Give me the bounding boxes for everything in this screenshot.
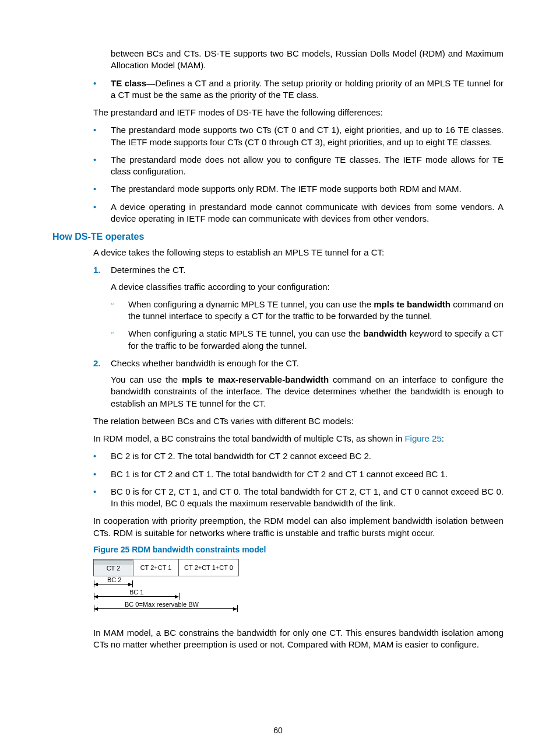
list-item: The prestandard mode supports two CTs (C… [52, 124, 504, 148]
list-item: Determines the CT. A device classifies t… [52, 264, 504, 352]
paragraph: In RDM model, a BC constrains the total … [93, 433, 504, 444]
sub-list: When configuring a dynamic MPLS TE tunne… [111, 299, 504, 352]
term: TE class [111, 78, 146, 88]
step-text: Checks whether bandwidth is enough for t… [111, 358, 299, 368]
definition-text: —Defines a CT and a priority. The setup … [111, 78, 504, 100]
bullet-list: BC 2 is for CT 2. The total bandwidth fo… [52, 450, 504, 509]
bc-cell-ct2: CT 2 [94, 559, 133, 576]
bullet-list: The prestandard mode supports two CTs (C… [52, 124, 504, 225]
paragraph: In cooperation with priority preemption,… [93, 515, 504, 539]
list-item: When configuring a dynamic MPLS TE tunne… [111, 299, 504, 323]
list-item: BC 0 is for CT 2, CT 1, and CT 0. The to… [52, 486, 504, 510]
arrow-bc1: BC 1 [93, 590, 239, 601]
paragraph: The prestandard and IETF modes of DS-TE … [93, 107, 504, 118]
bc-box: CT 2 CT 2+CT 1 CT 2+CT 1+CT 0 [93, 559, 239, 576]
figure-diagram: CT 2 CT 2+CT 1 CT 2+CT 1+CT 0 BC 2 BC 1 … [93, 559, 239, 613]
arrow-bc0: BC 0=Max reservable BW [93, 603, 239, 613]
list-item: The prestandard mode does not allow you … [52, 154, 504, 178]
list-item: BC 1 is for CT 2 and CT 1. The total ban… [52, 468, 504, 480]
paragraph: between BCs and CTs. DS-TE supports two … [111, 48, 504, 72]
label-bc1: BC 1 [128, 589, 145, 596]
arrow-bc2: BC 2 [93, 578, 239, 589]
list-item: A device operating in prestandard mode c… [52, 201, 504, 225]
paragraph: The relation between BCs and CTs varies … [93, 415, 504, 427]
bullet-list: TE class—Defines a CT and a priority. Th… [52, 78, 504, 102]
label-bc2: BC 2 [106, 576, 122, 583]
figure-caption: Figure 25 RDM bandwidth constraints mode… [93, 545, 504, 554]
figure-reference-link[interactable]: Figure 25 [404, 433, 441, 443]
paragraph: A device takes the following steps to es… [93, 247, 504, 258]
step-text: Determines the CT. [111, 265, 185, 275]
paragraph: In MAM model, a BC constrains the bandwi… [93, 627, 504, 651]
document-page: between BCs and CTs. DS-TE supports two … [0, 0, 556, 756]
section-heading: How DS-TE operates [52, 232, 504, 242]
list-item: The prestandard mode supports only RDM. … [52, 183, 504, 195]
text-run: When configuring a dynamic MPLS TE tunne… [128, 299, 374, 309]
numbered-list: Determines the CT. A device classifies t… [52, 264, 504, 410]
command-text: bandwidth [363, 328, 407, 338]
text-run: In RDM model, a BC constrains the total … [93, 433, 404, 443]
page-number: 60 [0, 726, 556, 735]
text-run: You can use the [111, 374, 182, 384]
bc-cell-ct2ct1: CT 2+CT 1 [133, 559, 179, 576]
command-text: mpls te bandwidth [374, 299, 451, 309]
label-bc0: BC 0=Max reservable BW [124, 601, 200, 608]
bc-cell-ct2ct1ct0: CT 2+CT 1+CT 0 [179, 559, 238, 576]
text-run: When configuring a static MPLS TE tunnel… [128, 328, 363, 338]
list-item: When configuring a static MPLS TE tunnel… [111, 328, 504, 352]
list-item: Checks whether bandwidth is enough for t… [52, 358, 504, 410]
sub-paragraph: You can use the mpls te max-reservable-b… [111, 374, 504, 410]
list-item: BC 2 is for CT 2. The total bandwidth fo… [52, 450, 504, 462]
sub-paragraph: A device classifies traffic according to… [111, 281, 504, 293]
text-run: : [442, 433, 444, 443]
command-text: mpls te max-reservable-bandwidth [182, 374, 329, 384]
list-item: TE class—Defines a CT and a priority. Th… [52, 78, 504, 102]
